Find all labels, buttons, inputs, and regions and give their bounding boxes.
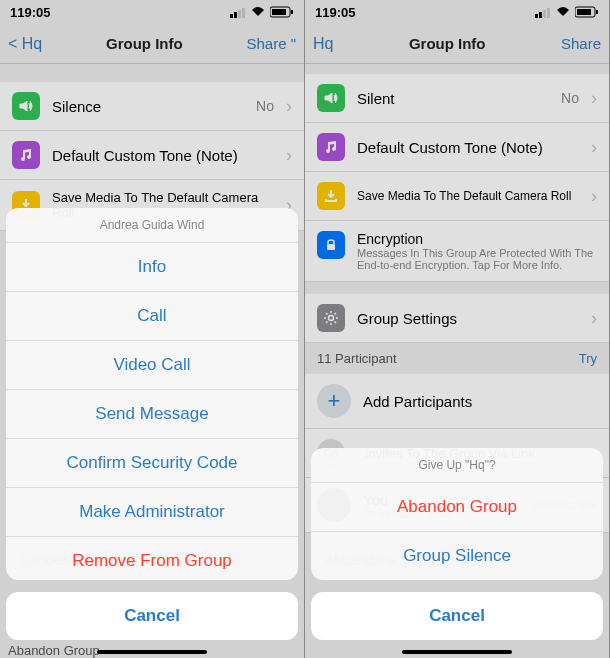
svg-rect-5 (272, 9, 286, 15)
group-settings-label: Group Settings (357, 310, 579, 327)
status-icons (230, 6, 294, 18)
encryption-row[interactable]: Encryption Messages In This Group Are Pr… (305, 221, 609, 282)
chevron-right-icon: › (591, 308, 597, 329)
add-participants-row[interactable]: + Add Participants (305, 374, 609, 429)
chevron-right-icon: › (286, 145, 292, 166)
silent-row[interactable]: Silent No › (305, 74, 609, 123)
confirm-security-action[interactable]: Confirm Security Code (6, 439, 298, 488)
battery-icon (575, 6, 599, 18)
download-icon (317, 182, 345, 210)
svg-rect-13 (596, 10, 598, 14)
signal-icon (535, 6, 551, 18)
svg-rect-8 (539, 12, 542, 18)
music-icon (317, 133, 345, 161)
save-media-row[interactable]: Save Media To The Default Camera Roll › (305, 172, 609, 221)
status-time: 119:05 (10, 5, 50, 20)
chevron-right-icon: › (591, 88, 597, 109)
svg-rect-10 (547, 8, 550, 18)
home-indicator (402, 650, 512, 654)
silence-label: Silence (52, 98, 244, 115)
encryption-sub: Messages In This Group Are Protected Wit… (357, 247, 597, 271)
plus-icon: + (317, 384, 351, 418)
gear-icon (317, 304, 345, 332)
svg-rect-9 (543, 10, 546, 18)
battery-icon (270, 6, 294, 18)
chevron-right-icon: › (591, 186, 597, 207)
sound-icon (317, 84, 345, 112)
sheet-title: Andrea Guida Wind (6, 208, 298, 243)
share-button[interactable]: Share (561, 35, 601, 52)
participants-header: 11 Participant Try (305, 343, 609, 374)
abandon-group-link[interactable]: Abandon Group (8, 643, 100, 658)
info-action[interactable]: Info (6, 243, 298, 292)
group-settings-row[interactable]: Group Settings › (305, 294, 609, 343)
tone-row[interactable]: Default Custom Tone (Note) › (305, 123, 609, 172)
contact-action-sheet: Andrea Guida Wind Info Call Video Call S… (6, 208, 298, 580)
tone-label: Default Custom Tone (Note) (52, 147, 274, 164)
svg-rect-3 (242, 8, 245, 18)
svg-rect-12 (577, 9, 591, 15)
call-action[interactable]: Call (6, 292, 298, 341)
cancel-button[interactable]: Cancel (311, 592, 603, 640)
abandon-group-action[interactable]: Abandon Group (311, 483, 603, 532)
svg-point-15 (329, 316, 334, 321)
status-bar: 119:05 (0, 0, 304, 24)
try-link[interactable]: Try (579, 351, 597, 366)
nav-title: Group Info (106, 35, 183, 52)
silent-value: No (561, 90, 579, 106)
svg-rect-1 (234, 12, 237, 18)
make-admin-action[interactable]: Make Administrator (6, 488, 298, 537)
status-time: 119:05 (315, 5, 355, 20)
wifi-icon (555, 6, 571, 18)
silence-value: No (256, 98, 274, 114)
share-button[interactable]: Share " (246, 35, 296, 52)
tone-row[interactable]: Default Custom Tone (Note) › (0, 131, 304, 180)
svg-rect-0 (230, 14, 233, 18)
participants-count: 11 Participant (317, 351, 397, 366)
silent-label: Silent (357, 90, 549, 107)
leave-action-sheet: Give Up "Hq"? Abandon Group Group Silenc… (311, 448, 603, 580)
back-button[interactable]: < Hq (8, 35, 42, 53)
status-bar: 119:05 (305, 0, 609, 24)
back-button[interactable]: Hq (313, 35, 333, 53)
sheet-title: Give Up "Hq"? (311, 448, 603, 483)
send-message-action[interactable]: Send Message (6, 390, 298, 439)
home-indicator (97, 650, 207, 654)
svg-rect-7 (535, 14, 538, 18)
nav-bar: < Hq Group Info Share " (0, 24, 304, 64)
encryption-label: Encryption (357, 231, 597, 247)
cancel-button[interactable]: Cancel (6, 592, 298, 640)
svg-rect-6 (291, 10, 293, 14)
video-call-action[interactable]: Video Call (6, 341, 298, 390)
lock-icon (317, 231, 345, 259)
nav-title: Group Info (409, 35, 486, 52)
svg-rect-14 (327, 244, 335, 250)
chevron-right-icon: › (591, 137, 597, 158)
remove-from-group-action[interactable]: Remove From Group (6, 537, 298, 580)
chevron-right-icon: › (286, 96, 292, 117)
status-icons (535, 6, 599, 18)
group-silence-action[interactable]: Group Silence (311, 532, 603, 580)
music-icon (12, 141, 40, 169)
nav-bar: Hq Group Info Share (305, 24, 609, 64)
silence-row[interactable]: Silence No › (0, 82, 304, 131)
add-participants-label: Add Participants (363, 393, 597, 410)
svg-rect-2 (238, 10, 241, 18)
signal-icon (230, 6, 246, 18)
save-label: Save Media To The Default Camera Roll (357, 189, 579, 203)
sound-icon (12, 92, 40, 120)
tone-label: Default Custom Tone (Note) (357, 139, 579, 156)
wifi-icon (250, 6, 266, 18)
